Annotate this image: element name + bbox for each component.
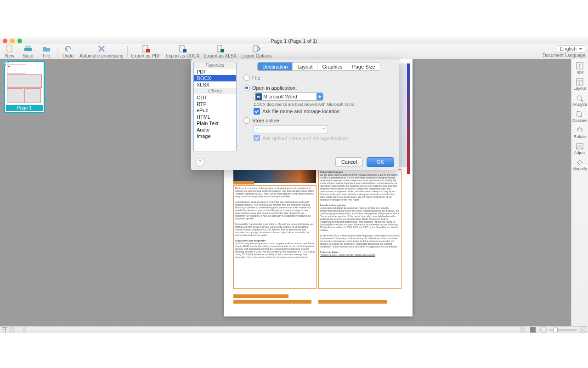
adjust-icon — [576, 143, 584, 150]
ask-upload-row: Ask upload name and storage location — [254, 135, 394, 141]
deskew-tool-button[interactable]: Deskew — [571, 109, 588, 124]
dialog-tabs: Destination Layout Graphics Page Size — [257, 62, 380, 71]
svg-rect-4 — [146, 49, 150, 52]
docx-export-icon — [179, 45, 187, 53]
zoom-slider[interactable] — [549, 329, 577, 331]
svg-rect-8 — [220, 49, 224, 52]
chevron-updown-icon — [317, 93, 323, 100]
adjust-tool-button[interactable]: Adjust — [571, 141, 588, 156]
undo-icon — [64, 45, 72, 53]
svg-line-16 — [581, 100, 583, 102]
file-button[interactable]: File — [40, 45, 53, 58]
application-dropdown[interactable]: W Microsoft Word — [254, 92, 323, 101]
dest-store-online-label: Store online — [252, 118, 279, 123]
language-selector: English Document Language — [543, 45, 585, 58]
tab-graphics[interactable]: Graphics — [317, 63, 347, 70]
thumbnail-preview: ■■ — [6, 63, 43, 104]
thumbnail-label: Page 1 — [6, 105, 43, 111]
export-xlsx-button[interactable]: Export as XLSX — [204, 45, 237, 58]
app-root: Page 1 (Page 1 of 1) New Scan File Undo — [0, 0, 588, 368]
scan-button[interactable]: Scan — [21, 45, 35, 58]
tab-page-size[interactable]: Page Size — [347, 63, 379, 70]
format-list: Favorites PDF DOCX XLSX Others ODT RTF e… — [193, 62, 237, 151]
svg-text:T: T — [578, 63, 581, 69]
export-options-icon — [252, 45, 260, 53]
ok-button[interactable]: OK — [367, 157, 394, 167]
format-odt[interactable]: ODT — [194, 94, 236, 101]
window-title: Page 1 (Page 1 of 1) — [0, 38, 588, 44]
export-pdf-button[interactable]: Export as PDF — [131, 45, 161, 58]
zoom-out-button[interactable]: − — [540, 327, 547, 333]
rotate-icon — [576, 126, 584, 134]
page-thumbnail[interactable]: × ■■ Page 1 — [4, 61, 45, 113]
rotate-tool-button[interactable]: Rotate — [571, 125, 588, 140]
magnify-tool-button[interactable]: Magnify — [571, 157, 588, 172]
format-html[interactable]: HTML — [194, 114, 236, 120]
pdf-export-icon — [142, 45, 150, 53]
word-icon: W — [255, 93, 262, 100]
page-view-icon[interactable] — [9, 327, 15, 333]
ask-upload-label: Ask upload name and storage location — [262, 135, 348, 141]
svg-rect-17 — [577, 111, 582, 116]
export-options-dialog: Favorites PDF DOCX XLSX Others ODT RTF e… — [191, 59, 399, 170]
layout-icon — [576, 78, 584, 86]
ask-filename-row[interactable]: Ask file name and storage location — [254, 108, 394, 115]
text-tool-button[interactable]: TText — [571, 61, 588, 76]
fit-page-icon[interactable] — [530, 327, 536, 333]
help-button[interactable]: ? — [196, 158, 204, 167]
svg-rect-9 — [253, 46, 258, 52]
formats-favorites-header: Favorites — [194, 62, 236, 69]
svg-point-15 — [577, 96, 582, 100]
new-button[interactable]: New — [3, 45, 17, 58]
radio-store-online[interactable] — [243, 117, 250, 124]
radio-open-app[interactable] — [243, 85, 250, 91]
format-rtf[interactable]: RTF — [194, 101, 236, 107]
dialog-footer: ? Cancel OK — [191, 154, 399, 170]
scanner-icon — [24, 45, 32, 53]
format-image[interactable]: Image — [194, 133, 236, 139]
store-online-dropdown: - — [254, 125, 328, 133]
deskew-icon — [576, 110, 584, 118]
dest-file-label: File — [252, 75, 260, 80]
text-icon: T — [576, 62, 584, 69]
analyze-icon — [576, 94, 584, 102]
layout-tool-button[interactable]: Layout — [571, 77, 588, 92]
undo-button[interactable]: Undo — [61, 45, 75, 58]
export-options-button[interactable]: Export Options — [241, 45, 271, 58]
svg-rect-2 — [25, 46, 31, 48]
thumbnail-pane: × ■■ Page 1 — [0, 59, 49, 330]
tab-destination[interactable]: Destination — [258, 63, 293, 70]
dest-file-row[interactable]: File — [243, 75, 394, 81]
format-pdf[interactable]: PDF — [194, 69, 236, 75]
right-toolbar: TText Layout Analyze Deskew Rotate Adjus… — [571, 59, 588, 330]
zoom-in-button[interactable]: + — [580, 327, 586, 333]
titlebar: Page 1 (Page 1 of 1) — [0, 37, 588, 45]
export-docx-button[interactable]: Export as DOCX — [166, 45, 200, 58]
fit-width-icon[interactable] — [520, 327, 526, 333]
format-epub[interactable]: ePub — [194, 107, 236, 114]
tab-layout[interactable]: Layout — [293, 63, 317, 70]
format-audio[interactable]: Audio — [194, 126, 236, 133]
format-docx[interactable]: DOCX — [194, 75, 236, 81]
format-plaintext[interactable]: Plain Text — [194, 120, 236, 126]
svg-rect-6 — [183, 49, 187, 52]
analyze-tool-button[interactable]: Analyze — [571, 93, 588, 108]
xlsx-export-icon — [216, 45, 225, 53]
radio-file[interactable] — [243, 75, 250, 81]
format-xlsx[interactable]: XLSX — [194, 81, 236, 88]
svg-rect-0 — [7, 45, 12, 52]
magnify-icon — [576, 159, 584, 166]
split-view-icon[interactable] — [23, 327, 26, 333]
auto-processing-button[interactable]: Automatic processing — [79, 45, 124, 58]
language-dropdown[interactable]: English — [557, 45, 585, 52]
dest-open-app-row[interactable]: Open in application: — [243, 85, 394, 91]
dest-store-online-row[interactable]: Store online — [243, 117, 394, 124]
app-hint: DOCX documents are best viewed with Micr… — [254, 102, 394, 107]
status-bar: − + — [0, 326, 588, 333]
formats-others-header: Others — [194, 88, 236, 94]
cancel-button[interactable]: Cancel — [335, 157, 363, 167]
checkbox-ask-filename[interactable] — [254, 108, 260, 115]
file-new-icon — [6, 45, 14, 53]
grid-view-icon[interactable] — [2, 327, 7, 333]
cross-icon — [97, 45, 106, 53]
